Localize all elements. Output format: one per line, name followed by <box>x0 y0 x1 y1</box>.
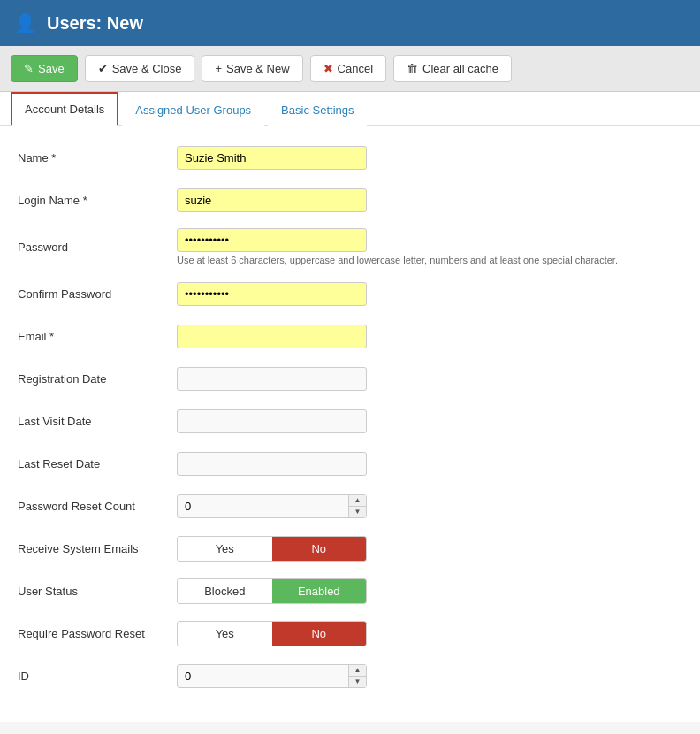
registration-date-label: Registration Date <box>18 372 177 386</box>
name-control <box>177 146 682 170</box>
id-input[interactable] <box>177 664 367 688</box>
password-reset-count-row: Password Reset Count ▲ ▼ <box>18 492 682 520</box>
receive-emails-control: Yes No <box>177 536 682 562</box>
spinner-down[interactable]: ▼ <box>349 507 366 517</box>
receive-emails-toggle: Yes No <box>177 536 367 562</box>
password-reset-count-input[interactable] <box>177 494 367 518</box>
id-control: ▲ ▼ <box>177 664 682 688</box>
confirm-password-control <box>177 282 682 306</box>
check-icon: ✔ <box>98 62 108 75</box>
cancel-button[interactable]: ✖ Cancel <box>310 55 386 82</box>
tab-bar: Account Details Assigned User Groups Bas… <box>0 92 700 126</box>
login-name-control <box>177 188 682 212</box>
user-status-blocked[interactable]: Blocked <box>178 579 272 603</box>
last-visit-control <box>177 409 682 433</box>
page-header: 👤 Users: New <box>0 0 700 46</box>
id-row: ID ▲ ▼ <box>18 661 682 690</box>
name-row: Name * <box>18 143 682 172</box>
plus-icon: + <box>215 62 222 75</box>
receive-emails-row: Receive System Emails Yes No <box>18 534 682 562</box>
last-reset-control <box>177 452 682 476</box>
password-reset-count-label: Password Reset Count <box>18 500 177 513</box>
email-label: Email * <box>18 330 177 343</box>
toolbar: ✎ Save ✔ Save & Close + Save & New ✖ Can… <box>0 46 700 92</box>
page-title: Users: New <box>47 13 143 34</box>
name-label: Name * <box>18 151 177 164</box>
email-input[interactable] <box>177 325 367 348</box>
spinner-buttons: ▲ ▼ <box>348 495 366 517</box>
user-icon: 👤 <box>14 12 36 34</box>
login-name-input[interactable] <box>177 188 367 212</box>
email-control <box>177 325 682 348</box>
confirm-password-label: Confirm Password <box>18 287 177 301</box>
require-reset-toggle: Yes No <box>177 621 367 646</box>
login-name-row: Login Name * <box>18 186 682 214</box>
x-icon: ✖ <box>323 62 333 75</box>
require-reset-row: Require Password Reset Yes No <box>18 619 682 647</box>
user-status-row: User Status Blocked Enabled <box>18 577 682 605</box>
save-button[interactable]: ✎ Save <box>11 55 78 82</box>
registration-date-row: Registration Date <box>18 364 682 393</box>
require-reset-no[interactable]: No <box>272 622 367 646</box>
tab-account-details[interactable]: Account Details <box>11 92 118 126</box>
receive-emails-no[interactable]: No <box>272 537 367 561</box>
password-label: Password <box>18 241 177 254</box>
tab-basic-settings[interactable]: Basic Settings <box>268 94 367 126</box>
require-reset-yes[interactable]: Yes <box>178 622 272 646</box>
password-input[interactable] <box>177 228 367 252</box>
last-reset-row: Last Reset Date <box>18 449 682 478</box>
spinner-up[interactable]: ▲ <box>349 495 366 507</box>
user-status-enabled[interactable]: Enabled <box>272 579 367 603</box>
id-spinner-down[interactable]: ▼ <box>349 677 366 687</box>
id-wrap: ▲ ▼ <box>177 664 367 688</box>
save-new-button[interactable]: + Save & New <box>202 55 302 82</box>
registration-date-control <box>177 367 682 391</box>
user-status-label: User Status <box>18 585 177 598</box>
last-reset-input[interactable] <box>177 452 367 476</box>
save-icon: ✎ <box>24 62 34 75</box>
require-reset-label: Require Password Reset <box>18 627 177 640</box>
registration-date-input[interactable] <box>177 367 367 391</box>
name-input[interactable] <box>177 146 367 170</box>
confirm-password-row: Confirm Password <box>18 279 682 308</box>
trash-icon: 🗑 <box>407 62 418 75</box>
require-reset-control: Yes No <box>177 621 682 646</box>
receive-emails-yes[interactable]: Yes <box>178 537 272 561</box>
save-close-button[interactable]: ✔ Save & Close <box>85 55 195 82</box>
login-name-label: Login Name * <box>18 194 177 207</box>
tab-assigned-user-groups[interactable]: Assigned User Groups <box>122 94 264 126</box>
user-status-control: Blocked Enabled <box>177 578 682 604</box>
clear-cache-button[interactable]: 🗑 Clear all cache <box>393 55 512 82</box>
form-content: Name * Login Name * Password Use at leas… <box>0 126 700 722</box>
email-row: Email * <box>18 322 682 350</box>
last-reset-label: Last Reset Date <box>18 457 177 470</box>
id-spinner-up[interactable]: ▲ <box>349 665 366 677</box>
id-label: ID <box>18 669 177 683</box>
password-reset-count-control: ▲ ▼ <box>177 494 682 518</box>
password-reset-count-wrap: ▲ ▼ <box>177 494 367 518</box>
password-row: Password Use at least 6 characters, uppe… <box>18 228 682 265</box>
id-spinner-buttons: ▲ ▼ <box>348 665 366 687</box>
confirm-password-input[interactable] <box>177 282 367 306</box>
password-hint: Use at least 6 characters, uppercase and… <box>177 255 682 265</box>
last-visit-label: Last Visit Date <box>18 415 177 428</box>
last-visit-row: Last Visit Date <box>18 407 682 435</box>
user-status-toggle: Blocked Enabled <box>177 578 367 604</box>
password-control: Use at least 6 characters, uppercase and… <box>177 228 682 265</box>
receive-emails-label: Receive System Emails <box>18 542 177 555</box>
last-visit-input[interactable] <box>177 409 367 433</box>
